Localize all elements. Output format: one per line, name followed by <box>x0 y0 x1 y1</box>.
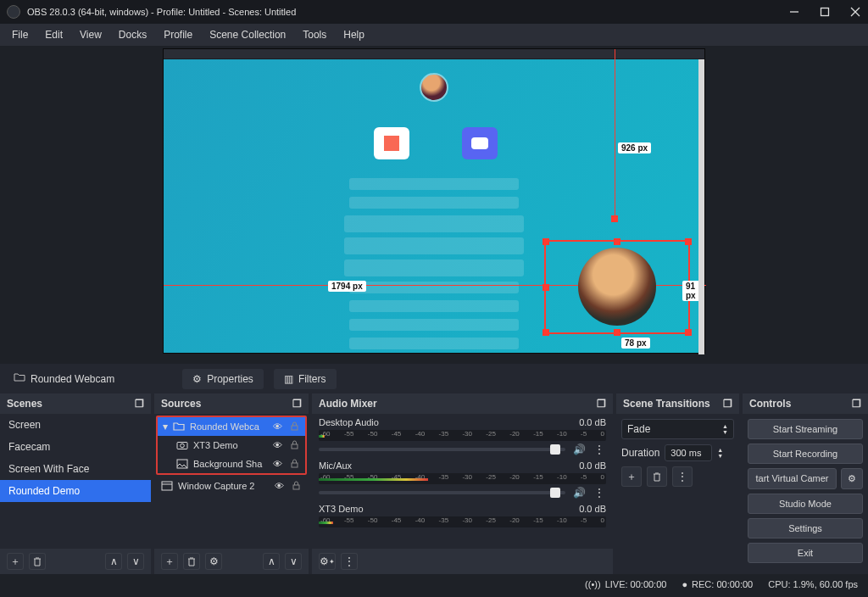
transition-select[interactable]: Fade ▲▼ <box>621 419 734 439</box>
svg-rect-7 <box>292 444 298 449</box>
remove-transition-button[interactable] <box>647 466 667 487</box>
svg-rect-12 <box>293 485 299 489</box>
scene-item[interactable]: Screen <box>0 414 151 436</box>
audio-meter: -60-55-50-45-40-35-30-25-20-15-10-50 <box>319 516 606 527</box>
popout-icon[interactable]: ❐ <box>597 398 606 410</box>
menu-scene-collection[interactable]: Scene Collection <box>203 26 292 43</box>
close-button[interactable] <box>849 6 861 18</box>
channel-menu-button[interactable]: ⋮ <box>593 444 606 455</box>
filters-button[interactable]: ▥ Filters <box>274 369 337 389</box>
channel-menu-button[interactable]: ⋮ <box>593 487 606 499</box>
filters-icon: ▥ <box>284 373 293 385</box>
lock-toggle[interactable] <box>288 440 300 451</box>
scene-down-button[interactable]: ∨ <box>127 553 144 570</box>
source-name: XT3 Demo <box>193 440 266 450</box>
add-scene-button[interactable]: ＋ <box>7 553 24 570</box>
mixer-title: Audio Mixer <box>319 398 377 410</box>
visibility-toggle[interactable]: 👁 <box>271 440 283 450</box>
dim-bottom: 78 px <box>621 338 650 349</box>
menu-docks[interactable]: Docks <box>112 26 153 43</box>
add-source-button[interactable]: ＋ <box>161 553 178 570</box>
maximize-button[interactable] <box>819 6 831 18</box>
menu-tools[interactable]: Tools <box>296 26 333 43</box>
transitions-panel: Scene Transitions❐ Fade ▲▼ Duration ▲▼ ＋… <box>616 393 739 574</box>
popout-icon[interactable]: ❐ <box>852 398 861 410</box>
spin-icon[interactable]: ▲▼ <box>717 447 723 459</box>
mixer-menu-button[interactable]: ⋮ <box>341 553 358 570</box>
dim-left: 1794 px <box>328 281 366 292</box>
svg-rect-9 <box>292 463 298 467</box>
record-icon: ● <box>682 579 687 589</box>
source-row[interactable]: ▾Rounded Webca👁 <box>158 417 305 436</box>
visibility-toggle[interactable]: 👁 <box>271 421 283 432</box>
volume-slider[interactable] <box>319 448 565 451</box>
source-row[interactable]: Window Capture 2👁 <box>156 477 307 495</box>
virtual-camera-button[interactable]: tart Virtual Camer <box>748 468 837 489</box>
source-down-button[interactable]: ∨ <box>285 553 302 570</box>
control-button-start-streaming[interactable]: Start Streaming <box>748 419 863 439</box>
menu-profile[interactable]: Profile <box>157 26 199 43</box>
volume-slider[interactable] <box>319 491 565 494</box>
virtual-camera-settings-button[interactable]: ⚙ <box>841 468 863 489</box>
popout-icon[interactable]: ❐ <box>723 398 732 410</box>
sources-panel: Sources❐ ▾Rounded Webca👁XT3 Demo👁Backgro… <box>154 393 309 574</box>
popout-icon[interactable]: ❐ <box>135 398 144 410</box>
scene-item[interactable]: Facecam <box>0 436 151 458</box>
add-transition-button[interactable]: ＋ <box>621 466 642 487</box>
menu-help[interactable]: Help <box>337 26 371 43</box>
preview-canvas[interactable]: 926 px 1794 px 91 px 78 px <box>163 48 705 354</box>
menu-view[interactable]: View <box>73 26 108 43</box>
channel-name: XT3 Demo <box>319 504 364 514</box>
preview-area[interactable]: 926 px 1794 px 91 px 78 px <box>0 46 868 364</box>
remove-source-button[interactable] <box>183 553 200 570</box>
speaker-icon[interactable]: 🔊 <box>572 487 586 499</box>
camera-icon <box>176 439 188 451</box>
scene-item[interactable]: Screen With Face <box>0 458 151 480</box>
menu-edit[interactable]: Edit <box>38 26 70 43</box>
lock-toggle[interactable] <box>288 459 300 470</box>
minimize-button[interactable] <box>788 6 800 18</box>
sources-list[interactable]: ▾Rounded Webca👁XT3 Demo👁Background Sha👁W… <box>154 414 309 549</box>
lock-toggle[interactable] <box>290 481 302 492</box>
menu-file[interactable]: File <box>5 26 35 43</box>
channel-db: 0.0 dB <box>579 417 606 427</box>
remove-scene-button[interactable] <box>29 553 46 570</box>
control-button-studio-mode[interactable]: Studio Mode <box>748 494 863 514</box>
dim-top: 926 px <box>618 142 651 153</box>
visibility-toggle[interactable]: 👁 <box>271 459 283 469</box>
control-button-exit[interactable]: Exit <box>748 543 863 563</box>
spin-icon[interactable]: ▲▼ <box>722 423 728 435</box>
scene-up-button[interactable]: ∧ <box>105 553 122 570</box>
titlebar: OBS 28.0.3 (64-bit, windows) - Profile: … <box>0 0 868 24</box>
source-row[interactable]: XT3 Demo👁 <box>158 436 305 455</box>
scenes-list[interactable]: ScreenFacecamScreen With FaceRounded Dem… <box>0 414 151 549</box>
chevron-down-icon[interactable]: ▾ <box>163 421 168 432</box>
controls-panel: Controls❐ Start StreamingStart Recording… <box>743 393 868 574</box>
control-button-start-recording[interactable]: Start Recording <box>748 444 863 464</box>
source-row[interactable]: Background Sha👁 <box>158 455 305 473</box>
mixer-panel: Audio Mixer❐ Desktop Audio0.0 dB-60-55-5… <box>312 393 613 574</box>
svg-rect-1 <box>821 8 829 16</box>
channel-db: 0.0 dB <box>579 460 606 471</box>
scenes-panel: Scenes❐ ScreenFacecamScreen With FaceRou… <box>0 393 151 574</box>
mixer-advanced-button[interactable]: ⚙✦ <box>319 553 336 570</box>
source-name: Rounded Webca <box>190 421 266 432</box>
transition-menu-button[interactable]: ⋮ <box>672 466 693 487</box>
properties-button[interactable]: ⚙ Properties <box>182 369 264 389</box>
source-props-button[interactable]: ⚙ <box>205 553 222 570</box>
visibility-toggle[interactable]: 👁 <box>273 481 285 491</box>
svg-rect-4 <box>292 426 298 430</box>
scene-item[interactable]: Rounded Demo <box>0 480 151 502</box>
lock-toggle[interactable] <box>288 421 300 432</box>
window-title: OBS 28.0.3 (64-bit, windows) - Profile: … <box>27 7 788 17</box>
popout-icon[interactable]: ❐ <box>292 398 302 410</box>
image-icon <box>176 458 188 470</box>
audio-meter: -60-55-50-45-40-35-30-25-20-15-10-50 <box>319 473 606 484</box>
window-icon <box>161 480 173 492</box>
source-up-button[interactable]: ∧ <box>263 553 280 570</box>
speaker-icon[interactable]: 🔊 <box>572 444 586 455</box>
control-button-settings[interactable]: Settings <box>748 518 863 538</box>
source-name: Window Capture 2 <box>178 481 268 491</box>
patreon-card <box>374 127 409 159</box>
duration-input[interactable] <box>665 444 712 461</box>
